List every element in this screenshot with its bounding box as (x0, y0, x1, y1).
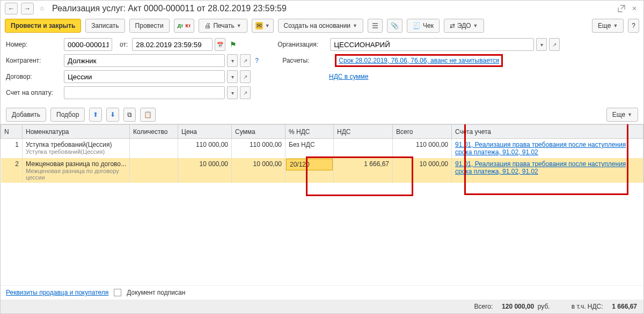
receipt-button[interactable]: 🧾 Чек (407, 19, 440, 33)
svg-rect-1 (372, 25, 378, 26)
list-icon (371, 22, 379, 29)
invoice-label: Счет на оплату: (6, 89, 60, 96)
col-qty: Количество (130, 125, 178, 139)
counterparty-open[interactable]: ↗ (240, 54, 251, 67)
dt-kt-button[interactable]: ДтКт (174, 19, 195, 33)
from-label: от: (120, 41, 128, 48)
doc-signed-checkbox[interactable] (114, 289, 121, 296)
number-label: Номер: (6, 41, 60, 48)
print-button[interactable]: 🖨 Печать ▼ (199, 19, 247, 33)
org-dropdown[interactable]: ▾ (536, 38, 547, 51)
pick-button[interactable]: Подбор (50, 108, 85, 122)
edo-button[interactable]: ⇄ ЭДО ▼ (444, 19, 484, 33)
paste-button[interactable]: 📋 (140, 108, 156, 122)
copy-icon: ⧉ (127, 111, 132, 118)
col-vat: НДС (334, 125, 393, 139)
paste-icon: 📋 (144, 111, 152, 118)
edo-icon: ⇄ (450, 22, 455, 29)
accounts-link[interactable]: 91.01, Реализация права требования после… (455, 160, 626, 175)
create-based-on-button[interactable]: Создать на основании ▼ (278, 19, 363, 33)
invoice-open[interactable]: ↗ (240, 86, 251, 99)
svg-rect-0 (372, 23, 378, 24)
star-icon[interactable]: ☆ (37, 4, 47, 13)
counterparty-input[interactable] (64, 54, 225, 67)
copy-button[interactable]: ⧉ (123, 108, 136, 122)
receipt-icon: 🧾 (413, 22, 421, 29)
doc-signed-label: Документ подписан (127, 289, 185, 296)
vat-in-sum-link[interactable]: НДС в сумме (329, 73, 369, 80)
vat-total: 1 666,67 (612, 303, 637, 310)
invoice-dropdown[interactable]: ▾ (227, 86, 238, 99)
calendar-button[interactable]: 📅 (215, 38, 225, 51)
settlements-link[interactable]: Срок 28.02.2019, 76.06, 76.06, аванс не … (339, 57, 499, 64)
col-item: Номенклатура (23, 125, 130, 139)
org-open[interactable]: ↗ (549, 38, 560, 51)
table-row[interactable]: 2 Межценовая разница по догово... Межцен… (1, 158, 643, 183)
col-vat-rate: % НДС (286, 125, 334, 139)
org-label: Организация: (277, 41, 326, 48)
link-icon[interactable] (617, 4, 626, 13)
col-sum: Сумма (232, 125, 286, 139)
invoice-input[interactable] (64, 86, 225, 99)
move-up-button[interactable]: ⬆ (89, 108, 102, 122)
items-table[interactable]: N Номенклатура Количество Цена Сумма % Н… (1, 124, 643, 183)
help-button[interactable]: ? (628, 19, 639, 33)
svg-rect-2 (372, 27, 378, 28)
post-and-close-button[interactable]: Провести и закрыть (5, 19, 81, 33)
col-price: Цена (178, 125, 232, 139)
contract-label: Договор: (6, 73, 60, 80)
page-title: Реализация услуг: Акт 0000-000011 от 28.… (52, 4, 613, 13)
date-input[interactable] (132, 38, 213, 51)
close-icon[interactable]: ✕ (630, 4, 639, 13)
contract-input[interactable] (64, 70, 225, 83)
table-more-button[interactable]: Еще ▼ (606, 108, 638, 122)
accounts-link[interactable]: 91.01, Реализация права требования после… (455, 141, 626, 156)
nav-back-button[interactable]: ← (5, 3, 18, 14)
paperclip-icon: 📎 (391, 22, 399, 29)
calendar-icon: 📅 (217, 42, 223, 48)
table-row[interactable]: 1 Уступка требований(Цессия) Уступка тре… (1, 139, 643, 159)
flag-icon[interactable]: ⚑ (230, 40, 237, 49)
contract-dropdown[interactable]: ▾ (227, 70, 238, 83)
post-button[interactable]: Провести (129, 19, 170, 33)
seller-buyer-link[interactable]: Реквизиты продавца и покупателя (6, 289, 108, 296)
move-down-button[interactable]: ⬇ (106, 108, 119, 122)
registry-button[interactable] (368, 19, 383, 33)
number-input[interactable] (64, 38, 112, 51)
counterparty-label: Контрагент: (6, 57, 60, 64)
help-icon[interactable]: ? (255, 57, 259, 64)
col-n: N (1, 125, 23, 139)
mail-button[interactable]: ✉ ▼ (252, 19, 274, 33)
envelope-icon: ✉ (255, 22, 263, 29)
contract-open[interactable]: ↗ (240, 70, 251, 83)
add-row-button[interactable]: Добавить (6, 108, 46, 122)
save-button[interactable]: Записать (85, 19, 125, 33)
attach-button[interactable]: 📎 (387, 19, 402, 33)
total-value: 120 000,00 (502, 303, 534, 310)
printer-icon: 🖨 (204, 22, 211, 29)
settlements-label: Расчеты: (282, 57, 331, 64)
col-accounts: Счета учета (452, 125, 643, 139)
more-button[interactable]: Еще ▼ (592, 19, 624, 33)
org-input[interactable] (330, 38, 534, 51)
col-total: Всего (393, 125, 452, 139)
nav-forward-button[interactable]: → (21, 3, 34, 14)
counterparty-dropdown[interactable]: ▾ (227, 54, 238, 67)
